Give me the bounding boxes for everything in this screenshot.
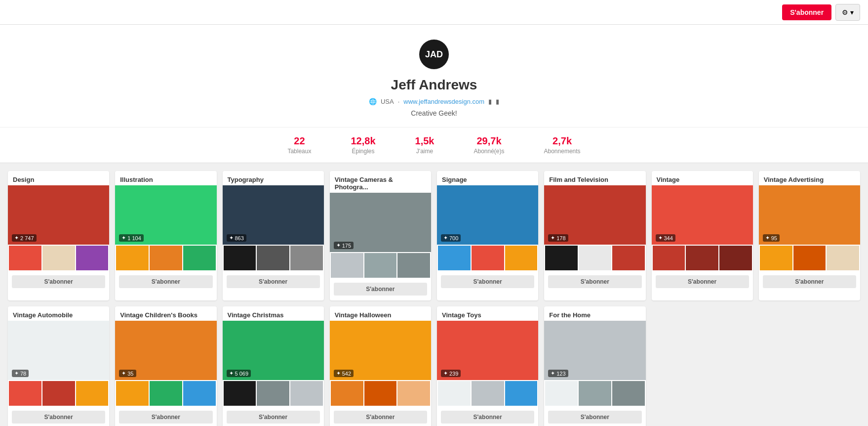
profile-meta: 🌐 USA · www.jeffandrewsdesign.com ▮ ▮	[0, 98, 868, 105]
board-thumb-3-0	[331, 253, 363, 278]
stat-item-1[interactable]: 12,8k Épingles	[331, 128, 395, 163]
board-thumbs-12	[437, 380, 538, 407]
board-subscribe-button-8[interactable]: S'abonner	[12, 411, 105, 424]
board-card-13[interactable]: For the Home ✦ 123 S'abonner	[544, 306, 645, 426]
board-card-3[interactable]: Vintage Cameras & Photogra... ✦ 175 S'ab…	[330, 171, 431, 300]
board-thumb-12-0	[438, 381, 471, 406]
pin-icon-6: ✦	[658, 235, 663, 241]
board-thumb-1-0	[116, 246, 149, 270]
board-subscribe-button-12[interactable]: S'abonner	[441, 411, 534, 424]
profile-website[interactable]: www.jeffandrewsdesign.com	[403, 98, 484, 105]
board-card-0[interactable]: Design ✦ 2 747 S'abonner	[8, 171, 109, 300]
board-thumb-10-1	[257, 381, 289, 406]
board-thumb-8-1	[42, 381, 75, 406]
board-thumb-12-1	[472, 381, 504, 406]
board-card-8[interactable]: Vintage Automobile ✦ 78 S'abonner	[8, 306, 109, 426]
board-thumb-1-1	[150, 246, 182, 270]
board-subscribe-button-13[interactable]: S'abonner	[548, 411, 641, 424]
board-thumb-3-1	[364, 253, 397, 278]
board-title-9: Vintage Children's Books	[115, 306, 216, 321]
top-bar: S'abonner ⚙ ▾	[0, 0, 868, 25]
board-thumb-7-1	[793, 246, 826, 270]
stat-item-2[interactable]: 1,5k J'aime	[395, 128, 454, 163]
board-card-9[interactable]: Vintage Children's Books ✦ 35 S'abonner	[115, 306, 216, 426]
board-subscribe-button-1[interactable]: S'abonner	[119, 275, 212, 288]
top-subscribe-button[interactable]: S'abonner	[782, 4, 831, 20]
board-thumb-2-0	[224, 246, 256, 270]
profile-name: Jeff Andrews	[0, 77, 868, 93]
board-count-10: ✦ 5 069	[227, 370, 251, 377]
pin-icon-0: ✦	[14, 235, 19, 241]
board-card-12[interactable]: Vintage Toys ✦ 239 S'abonner	[437, 306, 538, 426]
board-main-image-8: ✦ 78	[8, 321, 109, 380]
board-thumbs-4	[437, 245, 538, 271]
board-thumb-5-0	[545, 246, 578, 270]
board-subscribe-button-4[interactable]: S'abonner	[441, 275, 534, 288]
board-main-image-1: ✦ 1 104	[115, 185, 216, 245]
stat-item-0[interactable]: 22 Tableaux	[268, 128, 331, 163]
stat-number-2: 1,5k	[415, 135, 434, 147]
board-main-image-5: ✦ 178	[544, 185, 645, 245]
board-card-1[interactable]: Illustration ✦ 1 104 S'abonner	[115, 171, 216, 300]
avatar: JAD	[419, 40, 449, 69]
board-thumb-6-0	[653, 246, 685, 270]
board-card-10[interactable]: Vintage Christmas ✦ 5 069 S'abonner	[223, 306, 324, 426]
board-card-6[interactable]: Vintage ✦ 344 S'abonner	[652, 171, 753, 300]
board-subscribe-button-2[interactable]: S'abonner	[227, 275, 320, 288]
board-thumb-13-0	[545, 381, 578, 406]
board-card-2[interactable]: Typography ✦ 863 S'abonner	[223, 171, 324, 300]
pin-icon-12: ✦	[443, 370, 448, 377]
board-count-2: ✦ 863	[227, 234, 246, 242]
board-thumb-5-2	[612, 246, 645, 270]
stat-item-3[interactable]: 29,7k Abonné(e)s	[454, 128, 524, 163]
board-title-8: Vintage Automobile	[8, 306, 109, 321]
board-subscribe-button-6[interactable]: S'abonner	[656, 275, 749, 288]
board-thumb-0-2	[76, 246, 109, 270]
board-count-6: ✦ 344	[656, 234, 675, 242]
board-subscribe-button-5[interactable]: S'abonner	[548, 275, 641, 288]
boards-container: Design ✦ 2 747 S'abonner Illustration	[0, 163, 868, 426]
pin-icon-3: ✦	[336, 242, 341, 249]
board-title-6: Vintage	[652, 171, 753, 185]
board-title-2: Typography	[223, 171, 324, 185]
board-main-image-7: ✦ 95	[759, 185, 860, 245]
pin-icon-10: ✦	[229, 370, 234, 377]
board-subscribe-button-3[interactable]: S'abonner	[334, 283, 427, 296]
board-title-7: Vintage Advertising	[759, 171, 860, 185]
board-subscribe-button-7[interactable]: S'abonner	[763, 275, 856, 288]
board-thumbs-10	[223, 380, 324, 407]
board-title-3: Vintage Cameras & Photogra...	[330, 171, 431, 193]
board-title-10: Vintage Christmas	[223, 306, 324, 321]
board-thumbs-8	[8, 380, 109, 407]
board-thumb-13-2	[612, 381, 645, 406]
board-subscribe-button-9[interactable]: S'abonner	[119, 411, 212, 424]
board-main-image-2: ✦ 863	[223, 185, 324, 245]
board-card-5[interactable]: Film and Television ✦ 178 S'abonner	[544, 171, 645, 300]
board-main-image-10: ✦ 5 069	[223, 321, 324, 380]
twitter-icon[interactable]: ▮	[496, 98, 499, 105]
pin-icon-5: ✦	[551, 235, 555, 241]
board-thumb-7-0	[760, 246, 792, 270]
board-subscribe-button-10[interactable]: S'abonner	[227, 411, 320, 424]
board-subscribe-button-0[interactable]: S'abonner	[12, 275, 105, 288]
facebook-icon[interactable]: ▮	[488, 98, 492, 105]
stat-number-4: 2,7k	[544, 135, 581, 147]
stats-row: 22 Tableaux 12,8k Épingles 1,5k J'aime 2…	[0, 127, 868, 163]
pin-icon-1: ✦	[121, 235, 126, 241]
separator: ·	[398, 98, 400, 105]
board-main-image-4: ✦ 700	[437, 185, 538, 245]
board-thumb-2-1	[257, 246, 289, 270]
board-thumb-12-2	[505, 381, 538, 406]
board-main-image-3: ✦ 175	[330, 193, 431, 252]
board-card-4[interactable]: Signage ✦ 700 S'abonner	[437, 171, 538, 300]
board-count-3: ✦ 175	[334, 242, 354, 249]
board-subscribe-button-11[interactable]: S'abonner	[334, 411, 427, 424]
settings-button[interactable]: ⚙ ▾	[835, 4, 860, 21]
board-card-7[interactable]: Vintage Advertising ✦ 95 S'abonner	[759, 171, 860, 300]
stat-item-4[interactable]: 2,7k Abonnements	[524, 128, 600, 163]
board-thumb-9-0	[116, 381, 149, 406]
board-count-11: ✦ 542	[334, 370, 354, 377]
board-main-image-13: ✦ 123	[544, 321, 645, 380]
stat-label-2: J'aime	[415, 148, 434, 155]
board-card-11[interactable]: Vintage Halloween ✦ 542 S'abonner	[330, 306, 431, 426]
